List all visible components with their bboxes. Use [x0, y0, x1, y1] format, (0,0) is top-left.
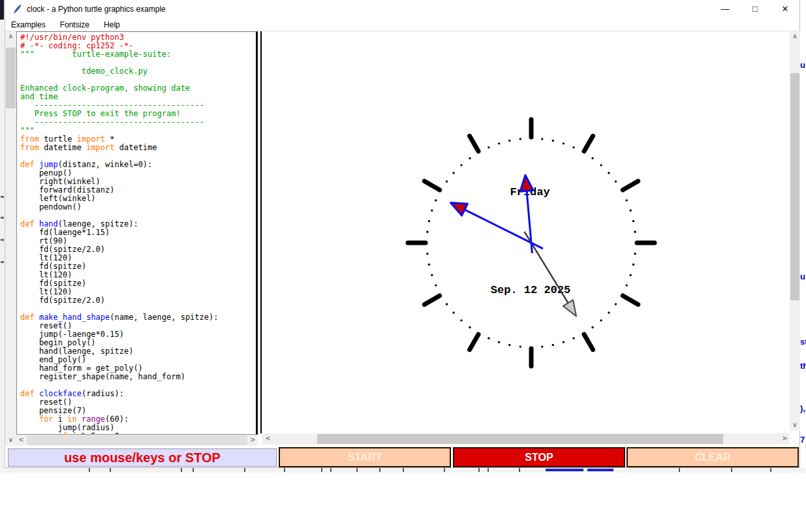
maximize-button[interactable]: □: [744, 0, 766, 18]
code-line: """ turtle-example-suite:: [20, 50, 256, 59]
background-text-fragment: [1, 217, 4, 219]
turtle-canvas[interactable]: FridaySep. 12 2025: [260, 31, 790, 433]
background-text-fragment: [181, 468, 182, 472]
minimize-button[interactable]: —: [714, 0, 736, 18]
python-feather-icon: [12, 4, 23, 14]
minute-dot: [615, 303, 617, 305]
minute-dot: [541, 138, 543, 140]
close-button[interactable]: ✕: [774, 0, 796, 18]
minute-dot: [572, 337, 574, 339]
code-content: #!/usr/bin/env python3# -*- coding: cp12…: [17, 32, 256, 434]
code-scroll-left-icon[interactable]: <: [16, 435, 26, 446]
background-text-fragment: [244, 468, 245, 472]
hour-tick: [584, 334, 593, 349]
minute-dot: [488, 146, 489, 148]
canvas-scroll-right-icon[interactable]: >: [780, 433, 790, 445]
minute-dot: [634, 253, 636, 255]
minute-dot: [608, 172, 610, 174]
status-message: use mouse/keys or STOP: [8, 448, 277, 467]
background-window-right-sliver: uustth),7: [800, 0, 806, 468]
minute-dot: [634, 231, 636, 233]
clock-canvas: FridaySep. 12 2025: [262, 31, 790, 433]
background-text-fragment: ),: [800, 403, 805, 413]
background-text-fragment: [403, 468, 404, 472]
background-text-fragment: [193, 468, 194, 472]
background-blue-text-fragment: [546, 469, 583, 471]
background-text-fragment: [770, 468, 771, 472]
minute-dot: [431, 274, 433, 276]
menu-item-fontsize[interactable]: Fontsize: [57, 19, 92, 31]
background-text-fragment: [321, 468, 322, 472]
minute-dot: [591, 157, 593, 159]
minute-dot: [498, 142, 500, 144]
code-pane[interactable]: #!/usr/bin/env python3# -*- coding: cp12…: [16, 31, 258, 435]
minute-dot: [572, 146, 574, 148]
code-scroll-down-icon[interactable]: ∨: [5, 435, 16, 446]
background-blue-text-fragment: [587, 469, 613, 471]
background-text-fragment: [1, 239, 4, 241]
background-text-fragment: [679, 468, 680, 472]
hour-tick: [424, 296, 439, 305]
canvas-scroll-down-icon[interactable]: ∨: [790, 420, 800, 431]
code-scroll-right-icon[interactable]: >: [248, 435, 258, 446]
minute-dot: [591, 326, 593, 328]
code-line: from datetime import datetime: [20, 144, 256, 152]
background-text-fragment: [330, 468, 332, 472]
stop-button[interactable]: STOP: [453, 447, 625, 467]
minute-dot: [431, 210, 433, 211]
background-text-fragment: [488, 468, 489, 472]
minute-dot: [469, 157, 471, 159]
code-line: fd(spitze/2.0): [20, 296, 256, 305]
code-line: pendown(): [20, 203, 256, 211]
minute-dot: [563, 341, 565, 343]
hour-hand-arrowhead: [520, 175, 533, 191]
code-line: tdemo_clock.py: [20, 67, 256, 76]
window-title: clock - a Python turtle graphics example: [27, 0, 166, 18]
minute-hand-arrowhead: [450, 202, 467, 215]
minute-dot: [600, 164, 602, 166]
minute-dot: [508, 344, 510, 346]
hour-tick: [424, 181, 439, 191]
code-hscrollbar-thumb[interactable]: [27, 435, 247, 445]
canvas-hscrollbar-thumb[interactable]: [317, 434, 723, 444]
minute-dot: [508, 140, 510, 142]
background-dark-corner: [0, 0, 4, 20]
code-vscrollbar-thumb[interactable]: [6, 48, 16, 108]
menu-item-examples[interactable]: Examples: [8, 19, 48, 31]
background-text-fragment: [110, 468, 111, 472]
minute-dot: [460, 319, 462, 321]
background-text-fragment: [284, 468, 285, 472]
minute-dot: [552, 344, 554, 346]
background-text-fragment: th: [800, 361, 806, 371]
canvas-vscrollbar-thumb[interactable]: [790, 73, 799, 300]
background-text-fragment: [379, 468, 380, 472]
turtledemo-window: clock - a Python turtle graphics example…: [5, 0, 800, 468]
minute-dot: [435, 284, 437, 286]
minute-dot: [435, 199, 437, 201]
minute-dot: [632, 264, 634, 266]
minute-dot: [629, 210, 631, 211]
menu-item-help[interactable]: Help: [101, 19, 123, 31]
background-text-fragment: [731, 468, 732, 472]
minute-dot: [469, 326, 471, 328]
minute-dot: [460, 164, 462, 166]
canvas-scroll-left-icon[interactable]: <: [263, 433, 273, 445]
code-scroll-up-icon[interactable]: ∧: [5, 31, 16, 42]
hour-tick: [470, 334, 479, 349]
minute-dot: [446, 180, 448, 182]
minute-dot: [498, 341, 500, 343]
minute-dot: [519, 345, 521, 347]
hour-tick: [470, 136, 479, 151]
canvas-scroll-up-icon[interactable]: ∧: [790, 31, 800, 42]
background-text-fragment: [478, 468, 480, 472]
start-button[interactable]: START: [279, 447, 451, 467]
minute-dot: [428, 264, 430, 266]
minute-dot: [600, 319, 602, 321]
background-text-fragment: [519, 468, 520, 472]
screen: uustth),7 clock - a Python turtle graphi…: [0, 0, 806, 532]
minute-dot: [426, 231, 428, 233]
second-hand-arrowhead: [563, 300, 576, 316]
background-window-bottom-sliver: [0, 468, 806, 473]
background-text-fragment: u: [800, 272, 805, 281]
clear-button[interactable]: CLEAR: [627, 447, 799, 467]
